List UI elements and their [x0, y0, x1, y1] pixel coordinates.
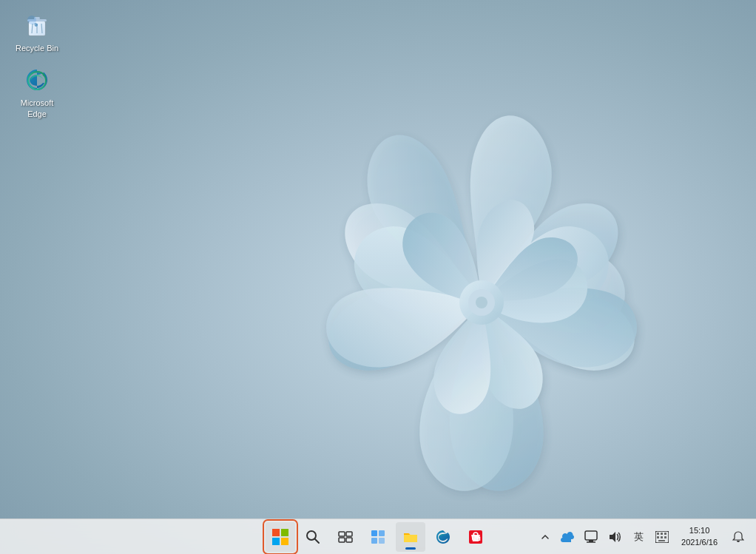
- recycle-bin-icon[interactable]: Recycle Bin: [7, 7, 67, 56]
- volume-icon: [608, 530, 621, 544]
- svg-rect-21: [371, 530, 377, 536]
- svg-rect-11: [272, 529, 280, 536]
- keyboard-icon: [655, 531, 669, 543]
- svg-rect-33: [661, 533, 663, 535]
- edge-image: [22, 65, 52, 95]
- svg-rect-18: [346, 532, 352, 536]
- edge-taskbar-icon: [435, 529, 451, 545]
- volume-button[interactable]: [604, 522, 625, 552]
- search-button[interactable]: [298, 522, 328, 552]
- svg-rect-20: [346, 538, 352, 542]
- hidden-icons-button[interactable]: [536, 522, 554, 552]
- edge-label: MicrosoftEdge: [21, 98, 54, 119]
- edge-icon-desktop[interactable]: MicrosoftEdge: [7, 62, 67, 122]
- taskbar: 🛍: [0, 518, 756, 554]
- wallpaper: [0, 0, 756, 554]
- recycle-bin-label: Recycle Bin: [16, 43, 58, 53]
- network-icon: [584, 530, 598, 544]
- svg-rect-13: [272, 538, 280, 545]
- clock-date: 2021/6/16: [681, 537, 718, 548]
- notification-icon: [732, 531, 744, 543]
- task-view-icon: [338, 530, 353, 544]
- svg-rect-19: [339, 538, 345, 542]
- network-button[interactable]: [581, 522, 601, 552]
- svg-marker-30: [610, 532, 615, 542]
- svg-rect-24: [379, 538, 385, 544]
- onedrive-button[interactable]: [557, 522, 578, 552]
- search-icon: [306, 530, 320, 544]
- svg-rect-27: [585, 531, 597, 540]
- svg-rect-14: [281, 538, 288, 545]
- notification-button[interactable]: [726, 522, 750, 552]
- svg-rect-17: [339, 532, 345, 536]
- start-icon: [272, 529, 288, 545]
- desktop-icons: Recycle Bin: [7, 7, 67, 122]
- clock[interactable]: 15:10 2021/6/16: [675, 522, 723, 551]
- cloud-icon: [561, 532, 574, 542]
- wallpaper-flower: [223, 51, 740, 554]
- start-button[interactable]: [266, 522, 295, 552]
- widgets-icon: [371, 530, 385, 544]
- system-tray: 英 15:10 2021/6/16: [536, 522, 756, 552]
- store-button[interactable]: 🛍: [461, 522, 490, 552]
- svg-rect-12: [281, 529, 288, 536]
- task-view-button[interactable]: [331, 522, 360, 552]
- file-explorer-icon: [402, 529, 419, 545]
- clock-time: 15:10: [689, 525, 710, 536]
- chevron-up-icon: [541, 533, 550, 541]
- widgets-button[interactable]: [363, 522, 393, 552]
- svg-rect-23: [371, 538, 377, 544]
- keyboard-layout-button[interactable]: [652, 522, 672, 552]
- edge-taskbar-button[interactable]: [428, 522, 458, 552]
- ime-button[interactable]: 英: [628, 522, 649, 552]
- svg-rect-37: [664, 536, 666, 538]
- taskbar-center: 🛍: [266, 522, 490, 552]
- recycle-bin-image: [22, 10, 52, 40]
- store-icon: 🛍: [468, 529, 484, 545]
- svg-rect-22: [379, 530, 385, 536]
- svg-rect-34: [664, 533, 666, 535]
- svg-line-16: [315, 538, 320, 543]
- file-explorer-button[interactable]: [396, 522, 425, 552]
- svg-rect-38: [658, 540, 665, 541]
- svg-rect-32: [657, 533, 659, 535]
- svg-rect-35: [657, 536, 659, 538]
- svg-point-2: [476, 297, 487, 308]
- svg-rect-36: [661, 536, 663, 538]
- desktop: Recycle Bin: [0, 0, 756, 554]
